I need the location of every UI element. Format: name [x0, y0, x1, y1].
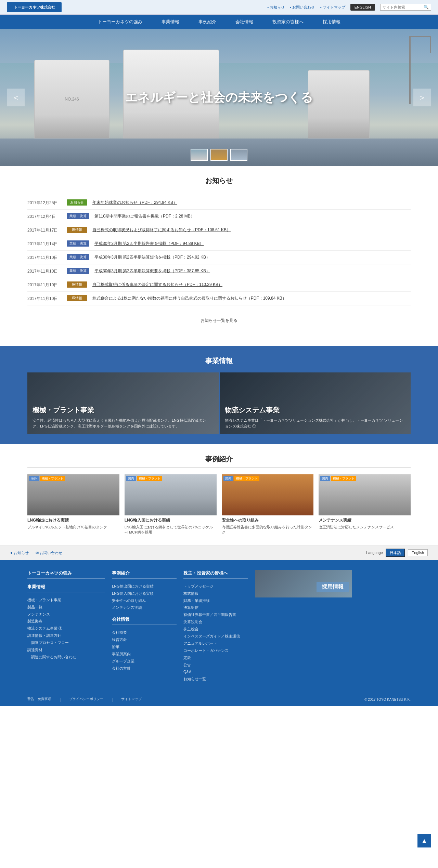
news-link[interactable]: 年末年始休業のお知らせ（PDF：294.94 KB） [92, 199, 411, 206]
business-title: 事業情報 [27, 356, 411, 366]
news-link[interactable]: 第110期中間事業のご報告書を掲載（PDF：2.28 MB） [94, 213, 411, 219]
business-grid: 機械・プラント事業 安全性、経済性はもちろん大型化に応えうる優れた機能を備えた原… [27, 372, 411, 434]
business-card-2[interactable]: 物流システム事業 物流システム事業は「トーヨーカネツソリューションズ株式会社」が… [220, 372, 411, 434]
hero-dot-2[interactable] [210, 149, 228, 161]
news-link[interactable]: 株式併合による1株に満たない端数の処理に伴う自己株式の買取りに関するお知らせ（P… [92, 295, 411, 301]
footer-link[interactable]: グループ企業 [112, 658, 177, 665]
footer-japanese-button[interactable]: 日本語 [386, 549, 405, 557]
news-link[interactable]: 平成30年3月期 第2四半期報告書を掲載（PDF：94.89 KB） [94, 240, 411, 247]
case-image: 国内 機械・プラント [319, 474, 411, 515]
news-item: 2017年12月4日 業績・決算 第110期中間事業のご報告書を掲載（PDF：2… [27, 210, 411, 223]
case-tags: 海外 機械・プラント [29, 476, 65, 481]
top-nav-sitemap[interactable]: サイトマップ [320, 5, 345, 10]
hero-prev-button[interactable]: ＜ [7, 89, 25, 106]
case-card[interactable]: 国内 機械・プラント LNG輸入国における実績 LNG輸入国における鋼材として世… [125, 474, 217, 535]
footer-link[interactable]: 有価証券報告書／四半期報告書 [183, 611, 248, 618]
footer-link[interactable]: 機械・プラント事業 [27, 596, 105, 604]
footer-link[interactable]: 沿革 [112, 643, 177, 650]
footer-col-cases-title: 事例紹介 [112, 570, 177, 579]
news-link[interactable]: 自己株式の取得状況および取得終了に関するお知らせ（PDF：108.61 KB） [92, 227, 411, 233]
business-card-1[interactable]: 機械・プラント事業 安全性、経済性はもちろん大型化に応えうる優れた機能を備えた原… [27, 372, 219, 434]
footer-link[interactable]: インベスターズガイド／株主通信 [183, 633, 248, 640]
news-date: 2017年11月10日 [27, 281, 62, 288]
footer-link[interactable]: 公告 [183, 661, 248, 669]
footer-link[interactable]: 調達に関するお問い合わせ [27, 654, 105, 661]
footer-link[interactable]: メンテナンス [27, 611, 105, 618]
footer-link[interactable]: 調達資材 [27, 646, 105, 654]
footer-english-button[interactable]: English [408, 549, 428, 556]
business-section: 事業情報 機械・プラント事業 安全性、経済性はもちろん大型化に応えうる優れた機能… [0, 346, 438, 444]
cases-grid: 海外 機械・プラント LNG輸出における実績 ブルネイLNGルムット基地向け76… [27, 474, 411, 535]
footer-link[interactable]: 決算短信 [183, 604, 248, 611]
footer-link[interactable]: Q&A [183, 668, 248, 675]
top-nav-contact[interactable]: お問い合わせ [290, 5, 315, 10]
footer-link[interactable]: 株式情報 [183, 590, 248, 597]
footer-link[interactable]: メンテナンス実績 [112, 604, 177, 611]
case-title: 安全性への取り組み [222, 517, 314, 523]
business-card-title-1: 機械・プラント事業 [33, 406, 214, 415]
nav-company[interactable]: 会社情報 [226, 15, 263, 29]
footer-recruit-image[interactable]: 採用情報 [255, 570, 352, 597]
news-item: 2017年12月25日 お知らせ 年末年始休業のお知らせ（PDF：294.94 … [27, 196, 411, 210]
footer-link[interactable]: LNG輸出国における実績 [112, 583, 177, 590]
footer-link[interactable]: 財務・業績推移 [183, 597, 248, 604]
footer-link[interactable]: 物流システム事業 ① [27, 625, 105, 632]
footer-oshirase-link[interactable]: ● お知らせ [10, 550, 29, 555]
english-button[interactable]: ENGLISH [350, 4, 375, 11]
footer-link[interactable]: 会社の方針 [112, 665, 177, 672]
search-input[interactable] [383, 5, 424, 9]
nav-investors[interactable]: 投資家の皆様へ [263, 15, 313, 29]
nav-strength[interactable]: トーヨーカネツの強み [88, 15, 152, 29]
search-box: 🔍 [380, 4, 431, 11]
footer-link[interactable]: お知らせ一覧 [183, 675, 248, 683]
footer-link[interactable]: 会社概要 [112, 629, 177, 636]
top-nav-oshirase[interactable]: お知らせ [267, 5, 285, 10]
footer-recruit-label: 採用情報 [317, 582, 349, 592]
nav-business[interactable]: 事業情報 [152, 15, 189, 29]
case-card[interactable]: 国内 機械・プラント 安全性への取り組み 有機証券報告書に多面的な取り組みを行っ… [222, 474, 314, 535]
footer-link[interactable]: LNG輸入国における実績 [112, 590, 177, 597]
news-date: 2017年11月14日 [27, 240, 62, 247]
footer-contact-link[interactable]: ✉ お問い合わせ [36, 550, 62, 555]
business-card-overlay-2: 物流システム事業 物流システム事業は「トーヨーカネツソリューションズ株式会社」が… [220, 372, 411, 434]
case-card[interactable]: 国内 機械・プラント メンテナンス実績 改正消防法に対応したメンテナンスサービス [319, 474, 411, 535]
news-link[interactable]: 平成30年3月期 第2四半期決算概要を掲載（PDF：387.85 KB） [94, 268, 411, 274]
news-link[interactable]: 平成30年3月期 第2四半期決算短信を掲載（PDF：294.92 KB） [94, 254, 411, 260]
footer-link[interactable]: コーポレート・ガバナンス [183, 647, 248, 654]
footer-link[interactable]: 安全性への取り組み [112, 597, 177, 604]
nav-cases[interactable]: 事例紹介 [189, 15, 226, 29]
footer-col2b-links: 会社概要経営方針沿革事業所案内グループ企業会社の方針 [112, 629, 177, 672]
footer-privacy-link[interactable]: プライバシーポリシー [69, 697, 103, 702]
footer-link[interactable]: 調達プロセス・フロー [27, 639, 105, 646]
search-icon[interactable]: 🔍 [424, 5, 429, 10]
footer-col-strength: トーヨーカネツの強み 事業情報 機械・プラント事業製品一覧メンテナンス製造拠点物… [27, 570, 105, 683]
nav-recruit[interactable]: 採用情報 [313, 15, 350, 29]
cases-title: 事例紹介 [27, 455, 411, 464]
hero-dot-1[interactable] [191, 149, 208, 161]
footer-link[interactable]: トップメッセージ [183, 583, 248, 590]
footer-link[interactable]: 事業所案内 [112, 650, 177, 658]
footer-disclaimer-link[interactable]: 警告・免責事項 [27, 697, 51, 702]
footer-link[interactable]: 製品一覧 [27, 604, 105, 611]
footer-link[interactable]: 決算説明会 [183, 618, 248, 626]
footer-top-links: ● お知らせ ✉ お問い合わせ [10, 550, 62, 555]
case-type-tag: 機械・プラント [331, 476, 356, 481]
case-card[interactable]: 海外 機械・プラント LNG輸出における実績 ブルネイLNGルムット基地向け76… [27, 474, 119, 535]
hero-dot-3[interactable] [230, 149, 247, 161]
footer-link[interactable]: 定款 [183, 654, 248, 661]
case-title: メンテナンス実績 [319, 517, 411, 523]
footer-link[interactable]: 経営方針 [112, 636, 177, 643]
hero-next-button[interactable]: ＞ [413, 89, 431, 106]
footer-link[interactable]: 調達情報・調達方針 [27, 632, 105, 639]
footer-sitemap-link[interactable]: サイトマップ [121, 697, 142, 702]
news-more-button[interactable]: お知らせ一覧を見る [190, 314, 248, 327]
footer-recruit-bg: 採用情報 [255, 570, 352, 597]
footer-copyright: © 2017 TOYO KANETSU K.K. [364, 698, 411, 701]
news-link[interactable]: 自己株式取得に係る事項の決定に関するお知らせ（PDF：110.29 KB） [92, 281, 411, 288]
main-nav: トーヨーカネツの強み 事業情報 事例紹介 会社情報 投資家の皆様へ 採用情報 [0, 15, 438, 29]
business-card-overlay-1: 機械・プラント事業 安全性、経済性はもちろん大型化に応えうる優れた機能を備えた原… [27, 372, 219, 434]
footer-link[interactable]: 製造拠点 [27, 618, 105, 625]
case-type-tag: 機械・プラント [137, 476, 162, 481]
footer-link[interactable]: アニュアルレポート [183, 640, 248, 647]
footer-link[interactable]: 株主総会 [183, 626, 248, 633]
